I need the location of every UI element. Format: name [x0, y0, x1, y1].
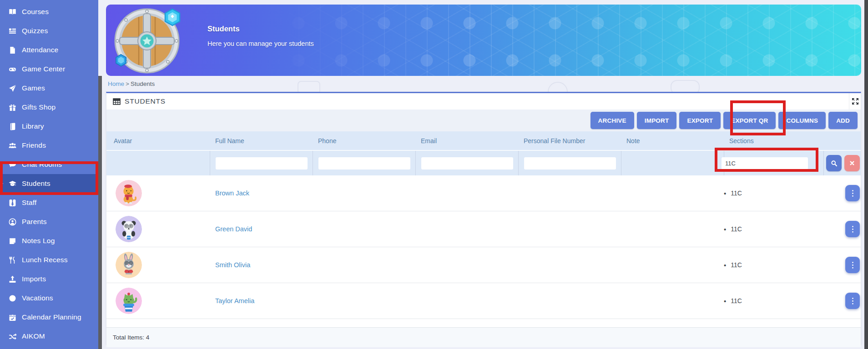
sidebar-item-parents[interactable]: Parents [0, 212, 98, 231]
student-name-link[interactable]: Taylor Amelia [210, 297, 254, 304]
avatar-cat-illustration[interactable] [116, 180, 142, 206]
sidebar-item-lunch-recess[interactable]: Lunch Recess [0, 250, 98, 269]
sidebar-item-imports[interactable]: Imports [0, 269, 98, 289]
main-content: Students Here you can manage your studen… [102, 0, 864, 349]
filter-cell-avatar [106, 151, 210, 175]
cell-email [415, 247, 518, 283]
sidebar-item-aikom[interactable]: AIKOM [0, 327, 98, 346]
utensils-icon [8, 256, 17, 264]
student-name-link[interactable]: Green David [210, 225, 252, 233]
cell-personal-file-number [518, 175, 621, 211]
sidebar-item-label: Courses [22, 8, 49, 16]
sidebar-scrollbar[interactable] [98, 76, 102, 349]
row-actions-button[interactable] [845, 293, 860, 309]
sidebar-item-games[interactable]: Games [0, 79, 98, 98]
filter-input-phone[interactable] [318, 157, 410, 170]
filter-input-personal-file-number[interactable] [524, 157, 616, 170]
sidebar-item-chat-rooms[interactable]: Chat Rooms [0, 155, 98, 174]
cell-email [415, 175, 518, 211]
calendar-check-icon [8, 313, 17, 321]
filter-input-full-name[interactable] [216, 157, 308, 170]
expand-button[interactable] [849, 93, 861, 110]
column-header-avatar[interactable]: Avatar [106, 137, 210, 145]
export-qr-button[interactable]: EXPORT QR [723, 112, 776, 129]
sidebar-item-label: Chat Rooms [22, 160, 62, 169]
table-row: Smith Olivia 11C [106, 247, 861, 283]
list-icon [8, 27, 17, 35]
cell-phone [313, 247, 415, 283]
sidebar-item-label: Students [22, 179, 50, 188]
columns-button[interactable]: COLUMNS [778, 112, 826, 129]
cell-sections: 11C [724, 283, 823, 319]
student-name-link[interactable]: Brown Jack [210, 189, 249, 197]
cell-note [621, 283, 724, 319]
column-header-email[interactable]: Email [415, 137, 518, 145]
sidebar-item-label: Parents [22, 218, 47, 226]
page-scrollbar[interactable] [864, 0, 868, 349]
panel-title: STUDENTS [125, 97, 166, 105]
avatar-panda-illustration[interactable] [116, 216, 142, 242]
sidebar-item-notes-log[interactable]: Notes Log [0, 231, 98, 250]
cell-note [621, 211, 724, 247]
breadcrumb-home-link[interactable]: Home [108, 80, 124, 87]
filter-input-email[interactable] [421, 157, 513, 170]
breadcrumb-separator: > [126, 80, 129, 87]
sidebar-item-students[interactable]: Students [0, 174, 98, 193]
chat-bubble-icon [8, 160, 17, 169]
sidebar-item-library[interactable]: Library [0, 117, 98, 136]
avatar-cactus-cat-illustration[interactable] [116, 288, 142, 314]
cell-sections: 11C [724, 175, 823, 211]
sidebar-item-courses[interactable]: Courses [0, 2, 98, 21]
cell-sections: 11C [724, 211, 823, 247]
expand-arrows-icon [852, 98, 859, 105]
sidebar-item-vacations[interactable]: Vacations [0, 289, 98, 308]
column-header-note[interactable]: Note [621, 137, 724, 145]
import-button[interactable]: IMPORT [637, 112, 677, 129]
shield-illustration [111, 6, 187, 76]
avatar-bunny-illustration[interactable] [116, 252, 142, 278]
column-header-phone[interactable]: Phone [313, 137, 415, 145]
cell-personal-file-number [518, 247, 621, 283]
upload-icon [8, 275, 17, 283]
filter-input-sections[interactable] [722, 157, 808, 170]
add-button[interactable]: ADD [828, 112, 858, 129]
sidebar-item-label: Staff [22, 199, 37, 207]
circle-icon [8, 294, 17, 302]
sidebar-item-gifts-shop[interactable]: Gifts Shop [0, 98, 98, 117]
sidebar-item-label: Vacations [22, 294, 53, 302]
sidebar-item-label: Game Center [22, 65, 65, 73]
sidebar-item-staff[interactable]: Staff [0, 193, 98, 212]
sidebar-item-label: Attendance [22, 46, 58, 54]
sidebar-nav: CoursesQuizzesAttendanceGame CenterGames… [0, 0, 98, 349]
archive-button[interactable]: ARCHIVE [590, 112, 634, 129]
sidebar-item-label: Calendar Planning [22, 313, 81, 321]
student-name-link[interactable]: Smith Olivia [210, 261, 250, 269]
cell-email [415, 211, 518, 247]
sidebar-item-friends[interactable]: Friends [0, 136, 98, 155]
export-button[interactable]: EXPORT [679, 112, 721, 129]
column-header-personal-file-number[interactable]: Personal File Number [518, 137, 621, 145]
sidebar-item-label: Library [22, 122, 44, 130]
sidebar-item-game-center[interactable]: Game Center [0, 60, 98, 79]
page-subtitle: Here you can manage your students [207, 40, 314, 47]
sticky-note-icon [8, 237, 17, 245]
gem-small-icon [116, 55, 126, 66]
sidebar-item-calendar-planning[interactable]: Calendar Planning [0, 308, 98, 327]
row-actions-button[interactable] [845, 185, 860, 201]
cell-phone [313, 175, 415, 211]
sidebar-item-label: AIKOM [22, 332, 45, 340]
filter-clear-button[interactable] [844, 155, 860, 171]
row-actions-button[interactable] [845, 221, 860, 237]
column-header-sections[interactable]: Sections [724, 137, 823, 145]
graduation-cap-icon [8, 179, 17, 188]
tie-icon [8, 199, 17, 207]
cell-note [621, 175, 724, 211]
filter-search-button[interactable] [826, 155, 842, 171]
cell-personal-file-number [518, 283, 621, 319]
column-header-full-name[interactable]: Full Name [210, 137, 313, 145]
sidebar-item-quizzes[interactable]: Quizzes [0, 21, 98, 40]
sidebar-item-attendance[interactable]: Attendance [0, 40, 98, 60]
row-actions-button[interactable] [845, 257, 860, 273]
user-circle-icon [8, 218, 17, 226]
rocket-icon [8, 84, 17, 92]
